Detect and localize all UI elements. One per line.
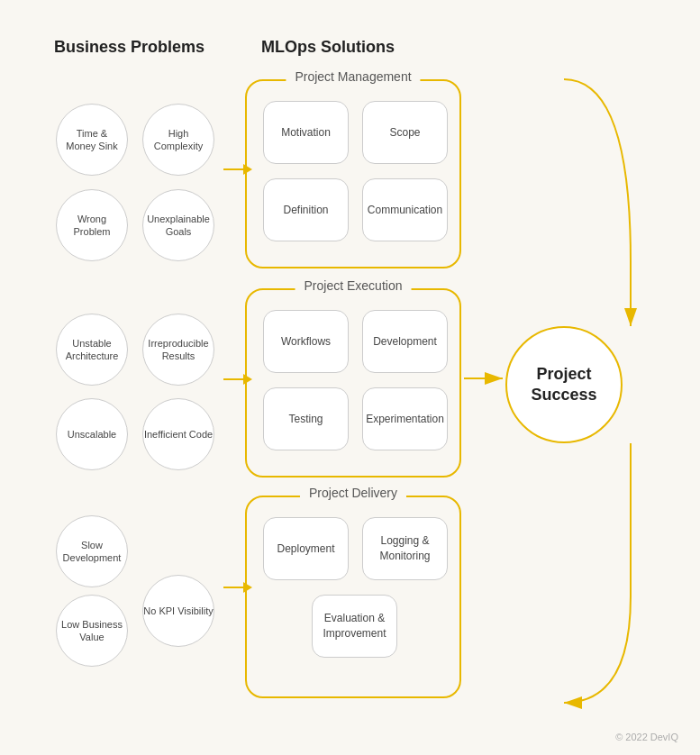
problem-unstable-arch: UnstableArchitecture — [56, 314, 128, 386]
problem-slow-dev: SlowDevelopment — [56, 515, 128, 587]
item-workflows: Workflows — [263, 310, 349, 373]
execution-title: Project Execution — [295, 278, 412, 293]
item-experimentation: Experimentation — [362, 387, 448, 450]
management-box: Project Management Motivation Scope Defi… — [245, 79, 461, 268]
problem-high-complexity: HighComplexity — [142, 104, 214, 176]
item-definition: Definition — [263, 178, 349, 241]
problem-unscalable: Unscalable — [56, 398, 128, 470]
item-testing: Testing — [263, 387, 349, 450]
item-scope: Scope — [362, 101, 448, 164]
problem-irreproducible: IrreproducibleResults — [142, 314, 214, 386]
footer: © 2022 DevIQ — [615, 732, 678, 742]
item-development: Development — [362, 310, 448, 373]
execution-box: Project Execution Workflows Development … — [245, 288, 461, 478]
problem-inefficient-code: Inefficient Code — [142, 398, 214, 470]
problem-no-kpi: No KPI Visibility — [142, 575, 214, 647]
problem-wrong-problem: WrongProblem — [56, 189, 128, 261]
page-container: Business Problems MLOps Solutions Time &… — [0, 0, 700, 755]
project-success-circle: ProjectSuccess — [505, 326, 623, 443]
problem-time-money: Time &Money Sink — [56, 104, 128, 176]
item-motivation: Motivation — [263, 101, 349, 164]
header-mlops: MLOps Solutions — [261, 38, 395, 57]
management-title: Project Management — [286, 69, 420, 84]
item-communication: Communication — [362, 178, 448, 241]
header-business: Business Problems — [54, 38, 205, 57]
problem-unexplainable-goals: UnexplainableGoals — [142, 189, 214, 261]
delivery-title: Project Delivery — [300, 486, 406, 500]
item-deployment: Deployment — [263, 517, 349, 580]
item-evaluation: Evaluation &Improvement — [312, 595, 397, 658]
item-logging-monitoring: Logging &Monitoring — [362, 517, 448, 580]
project-success-label: ProjectSuccess — [531, 364, 596, 406]
delivery-box: Project Delivery Deployment Logging &Mon… — [245, 496, 461, 698]
problem-low-biz-value: Low BusinessValue — [56, 595, 128, 667]
